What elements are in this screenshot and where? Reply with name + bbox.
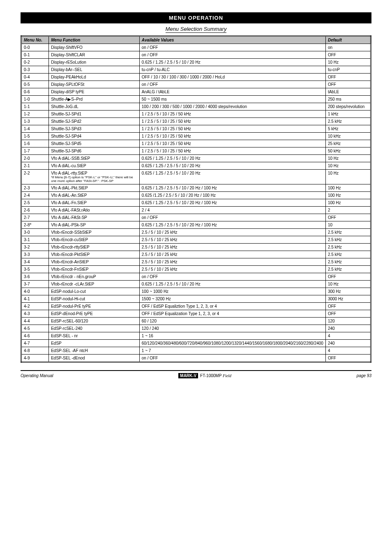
cell-avail: 0.625 / 1.25 / 2.5 / 5 / 10 / 20 Hz / 10… [139,221,325,229]
cell-def: 10 Hz [325,155,371,162]
cell-avail: 1 / 2.5 / 5 / 10 / 25 / 50 kHz [139,140,325,147]
cell-avail: 2.5 / 5 / 10 / 25 kHz [139,258,325,266]
cell-avail: 2.5 / 5 / 10 / 25 kHz [139,251,325,258]
cell-def: 2.5 kHz [325,229,371,236]
cell-avail: 1 ~ 16 [139,332,325,340]
cell-fn: Display-rESoLution [49,59,140,66]
cell-def: OFF [325,303,371,310]
cell-no: 2-0 [21,155,49,162]
cell-fn: Vfob-rEncdr-SSbStEP [49,229,140,236]
footer-brand: MARK-V FT-1000MP Field [178,373,231,378]
cell-no: 1-4 [21,125,49,133]
cell-def: 10 Hz [325,170,371,184]
table-row: 4-0EdSP-nodul-Lo-cut100 ~ 1000 Hz300 Hz [21,288,371,295]
table-row: 4-6EdSP-SEL - nr1 ~ 164 [21,332,371,340]
cell-no: 0-5 [21,81,49,88]
cell-no: 1-3 [21,118,49,125]
table-body: 0-0Display-ShiftVFOon / OFFon0-1Display-… [21,44,371,362]
cell-avail: 2.5 / 5 / 10 / 25 kHz [139,229,325,236]
cell-fn: Vfo A diAL-Pkt.StEP [49,184,140,192]
table-row: 1-4Shuttle-SJ-SPd31 / 2.5 / 5 / 10 / 25 … [21,125,371,133]
cell-avail: 1 ~ 7 [139,347,325,355]
cell-fn: Vfo A diAL-Fn.StEP [49,199,140,207]
cell-no: 3-5 [21,266,49,273]
cell-avail: on / OFF [139,355,325,362]
cell-def: 120 [325,318,371,325]
cell-fn: Vfob-rEncdr-FnStEP [49,266,140,273]
cell-avail: tu-cnP / tu-ALC [139,66,325,74]
cell-no: 3-0 [21,229,49,236]
table-row: 2-4Vfo A diAL-An.StEP0.625 /1.25 / 2.5 /… [21,192,371,199]
cell-fn: Vfo A diAL-FASt-SP [49,214,140,221]
cell-fn: Display-PEAkHoLd [49,74,140,81]
cell-avail: OFF / EdSP Equalization Type 1, 2, 3, or… [139,310,325,318]
cell-avail: 0.625 / 1.25 / 2.5 / 5 / 10 / 20 Hz [139,162,325,170]
cell-fn: EdSP-rcSEL-60/120 [49,318,140,325]
table-row: 3-6Vfob-rEncdr - nEn.grouPon / OFFOFF [21,273,371,281]
table-row: 2-7Vfo A diAL-FASt-SPon / OFFOFF [21,214,371,221]
section-header: MENU OPERATION [21,12,371,23]
cell-avail: 100 / 200 / 300 / 500 / 1000 / 2000 / 40… [139,103,325,111]
cell-fn: Vfob-rEncdr -cLAr.StEP [49,281,140,288]
cell-def: 4 [325,332,371,340]
cell-def: OFF [325,51,371,59]
cell-fn: Shuttle-SJ-SPd6 [49,147,140,155]
footer: Operating Manual MARK-V FT-1000MP Field … [21,370,371,378]
cell-no: 2-2 [21,170,49,184]
cell-fn: Vfo A diAL-SSB.StEP [49,155,140,162]
cell-no: 2-7 [21,214,49,221]
cell-avail: 60 / 120 [139,318,325,325]
cell-def: 10 Hz [325,281,371,288]
cell-def: tu-cnP [325,66,371,74]
cell-fn: Shuttle-JoG.dL [49,103,140,111]
brand-script: Field [223,373,231,378]
cell-fn: Vfo A diAL-FASt.rAtio [49,207,140,214]
cell-def: 100 Hz [325,192,371,199]
table-row: 3-4Vfob-rEncdr-AnStEP2.5 / 5 / 10 / 25 k… [21,258,371,266]
cell-avail: 0.625 / 1.25 / 2.5 / 5 / 10 / 20 Hz / 10… [139,199,325,207]
cell-fn: EdSP-SEL - nr [49,332,140,340]
cell-no: 3-7 [21,281,49,288]
cell-def: on [325,44,371,51]
cell-fn: EdSP-rcSEL-240 [49,325,140,332]
cell-def: 4 [325,347,371,355]
cell-fn: Vfo A diAL-An.StEP [49,192,140,199]
cell-no: 2-4 [21,192,49,199]
table-header-row: Menu No. Menu Function Available Values … [21,36,371,44]
cell-fn: Vfob-rEncdr-rttyStEP [49,244,140,251]
cell-no: 1-1 [21,103,49,111]
cell-fn: Display-SPLtOFSt [49,81,140,88]
cell-avail: 0.625 / 1.25 / 2.5 / 5 / 10 / 20 Hz [139,281,325,288]
cell-no: 4-8 [21,347,49,355]
cell-def: 10 [325,221,371,229]
cell-avail: on / OFF [139,81,325,88]
cell-no: 3-6 [21,273,49,281]
brand-mark: MARK-V [178,373,198,378]
cell-no: 4-7 [21,340,49,347]
cell-def: 100 Hz [325,199,371,207]
cell-fn: Shuttle-A▶S–Prd [49,96,140,103]
table-row: 3-7Vfob-rEncdr -cLAr.StEP0.625 / 1.25 / … [21,281,371,288]
table-row: 1-0Shuttle-A▶S–Prd50 ~ 1500 ms250 ms [21,96,371,103]
table-row: 1-6Shuttle-SJ-SPd51 / 2.5 / 5 / 10 / 25 … [21,140,371,147]
table-row: 0-4Display-PEAkHoLdOFF / 10 / 30 / 100 /… [21,74,371,81]
cell-fn: EdSP-SEL -dEnod [49,355,140,362]
cell-no: 3-3 [21,251,49,258]
table-row: 4-8EdSP-SEL -AF ntcH1 ~ 74 [21,347,371,355]
table-row: 1-2Shuttle-SJ-SPd11 / 2.5 / 5 / 10 / 25 … [21,111,371,118]
cell-avail: 2 / 4 [139,207,325,214]
cell-fn: Vfob-rEncdr-AnStEP [49,258,140,266]
cell-fn: EdSP-nodul-Hi-cut [49,295,140,303]
cell-no: 0-2 [21,59,49,66]
cell-no: 2-3 [21,184,49,192]
table-row: 2-1Vfo A diAL-cu.StEP0.625 / 1.25 / 2.5 … [21,162,371,170]
cell-avail: 50 ~ 1500 ms [139,96,325,103]
table-row: 4-2EdSP-nodul-PrE tyPEOFF / EdSP Equaliz… [21,303,371,310]
cell-no: 1-5 [21,133,49,140]
cell-no: 2-8* [21,221,49,229]
cell-no: 2-1 [21,162,49,170]
cell-def: 100 Hz [325,184,371,192]
cell-no: 0-0 [21,44,49,51]
cell-no: 1-7 [21,147,49,155]
cell-avail: 60/120/240/360/480/600/720/840/960/1080/… [139,340,325,347]
